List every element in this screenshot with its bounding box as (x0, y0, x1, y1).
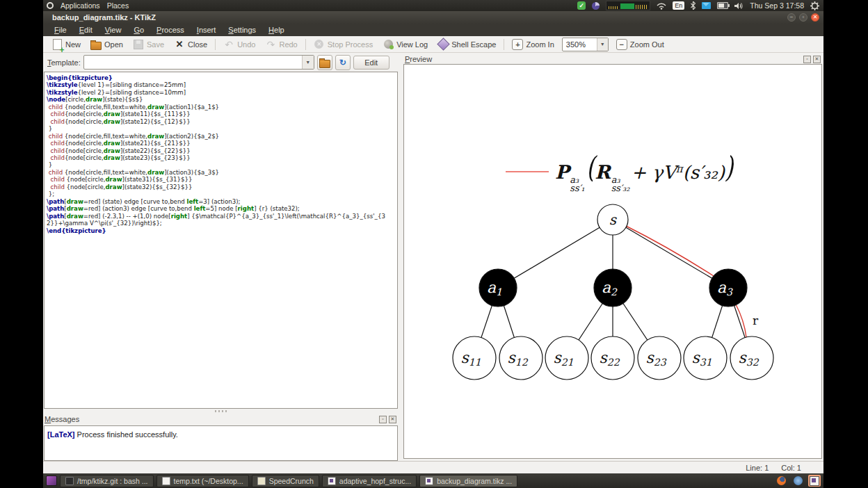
app-tray-icon[interactable] (791, 475, 804, 487)
code-line: child {node[circle,draw](state31){$s_{31… (47, 176, 396, 183)
toolbar-button-label: Save (147, 40, 164, 49)
backup-diagram: sa1a2a3s11s12s21s22s23s31s32r (404, 65, 822, 459)
wifi-icon[interactable] (657, 2, 666, 10)
taskbar-item[interactable]: backup_diagram.tikz ... (419, 475, 517, 487)
toolbar-separator (504, 39, 504, 50)
highlighted-red-edge (626, 226, 714, 276)
toolbar-button-new[interactable]: +New (47, 38, 85, 51)
toolbar-button-close[interactable]: ✕Close (170, 38, 211, 51)
toolbar-button-stop-process: ✕Stop Process (310, 38, 377, 51)
system-monitor-icon[interactable] (606, 1, 650, 10)
toolbar-button-shell-escape[interactable]: Shell Escape (433, 38, 500, 51)
calc-icon (257, 477, 266, 485)
volume-icon[interactable] (734, 2, 744, 10)
toolbar-button-label: Stop Process (328, 40, 373, 49)
window-titlebar[interactable]: backup_diagram.tikz - KTikZ − ▫ ✕ (43, 11, 823, 24)
template-reload-button[interactable]: ↻ (335, 55, 351, 70)
terminal-icon (65, 477, 74, 485)
tikz-source-code: \begin{tikzpicture}\tikzstyle{level 1}=[… (45, 72, 397, 234)
preview-close-icon[interactable]: ✕ (813, 56, 821, 63)
toolbar: +NewOpenSave✕Close↶Undo↷Redo✕Stop Proces… (43, 36, 823, 53)
taskbar-item-label: temp.txt (~/Desktop... (174, 477, 243, 485)
toolbar-button-label: Redo (279, 40, 297, 49)
menu-file[interactable]: File (49, 25, 72, 35)
close-button[interactable]: ✕ (811, 13, 819, 22)
refresh-icon: ↻ (339, 58, 346, 67)
preview-float-icon[interactable]: ▫ (803, 56, 811, 63)
toolbar-separator (215, 39, 216, 50)
bluetooth-icon[interactable] (691, 1, 696, 10)
text-icon (162, 477, 170, 485)
code-line: \end{tikzpicture} (47, 227, 396, 234)
preview-pane[interactable]: sa1a2a3s11s12s21s22s23s31s32r Pa₃ss′₁(Ra… (403, 64, 822, 459)
places-menu[interactable]: Places (107, 1, 129, 10)
status-col: Col: 1 (781, 464, 801, 472)
editor-messages-splitter[interactable] (44, 409, 398, 414)
zoom-dropdown-arrow-icon[interactable]: ▼ (597, 38, 608, 51)
template-combobox[interactable]: ▼ (83, 55, 314, 70)
template-label: Template: (47, 58, 81, 67)
reward-label: r (753, 314, 759, 327)
code-editor[interactable]: \begin{tikzpicture}\tikzstyle{level 1}=[… (44, 72, 398, 409)
toolbar-button-label: Shell Escape (451, 40, 496, 49)
toolbar-button-view-log[interactable]: View Log (378, 38, 432, 51)
stop-process-icon: ✕ (314, 39, 325, 50)
menu-view[interactable]: View (99, 25, 127, 35)
taskbar-item[interactable]: SpeedCrunch (252, 475, 319, 487)
firefox-tray-icon[interactable] (775, 475, 787, 487)
template-edit-button[interactable]: Edit (353, 56, 389, 70)
clock[interactable]: Thu Sep 3 17:58 (750, 1, 804, 10)
show-desktop-button[interactable] (46, 475, 57, 486)
status-line: Line: 1 (746, 464, 769, 472)
toolbar-button-zoom-out[interactable]: −Zoom Out (612, 38, 668, 51)
toolbar-button-label: View Log (396, 40, 428, 49)
preview-title: Preview (405, 55, 432, 63)
node-label-state: s (609, 211, 618, 228)
menu-go[interactable]: Go (128, 25, 150, 35)
code-line: \tikzstyle{level 1}=[sibling distance=25… (47, 81, 396, 88)
mail-icon[interactable] (702, 2, 711, 9)
zoom-level-combobox[interactable]: 350%▼ (562, 38, 609, 51)
statusbar: Line: 1 Col: 1 (43, 461, 823, 473)
zoom-in-icon: + (512, 39, 523, 50)
taskbar-item[interactable]: /tmp/ktikz.git : bash ... (60, 475, 154, 487)
menu-settings[interactable]: Settings (223, 25, 262, 35)
menu-edit[interactable]: Edit (74, 25, 98, 35)
menu-insert[interactable]: Insert (191, 25, 222, 35)
updates-check-icon[interactable]: ✓ (577, 1, 586, 10)
template-open-button[interactable] (317, 55, 332, 70)
toolbar-button-label: Close (188, 40, 207, 49)
toolbar-button-open[interactable]: Open (86, 38, 127, 51)
window-title: backup_diagram.tikz - KTikZ (43, 13, 156, 22)
code-line: child{node[circle,draw](state11){$s_{11}… (47, 111, 396, 117)
gear-icon[interactable] (810, 1, 819, 10)
code-line: \path[draw=red] (-2.3,1) -- +(1,0) node[… (47, 213, 396, 227)
view-log-icon (383, 39, 394, 50)
applications-menu[interactable]: Applications (61, 1, 100, 10)
messages-close-icon[interactable]: ✕ (389, 416, 396, 423)
toolbar-button-label: Open (104, 40, 123, 49)
menu-help[interactable]: Help (263, 25, 290, 35)
maximize-button[interactable]: ▫ (799, 13, 807, 22)
messages-float-icon[interactable]: ▫ (379, 416, 387, 423)
menu-process[interactable]: Process (151, 25, 190, 35)
time-pie-icon[interactable] (592, 2, 600, 10)
formula-expression: Pa₃ss′₁(Ra₃ss′₃₂+ γVπ(s′₃₂)) (555, 152, 733, 193)
taskbar-item[interactable]: temp.txt (~/Desktop... (156, 475, 249, 487)
zoom-out-icon: − (616, 39, 627, 50)
ktikz-icon (328, 477, 336, 485)
template-dropdown-arrow-icon[interactable]: ▼ (302, 56, 314, 69)
messages-title: Messages (45, 415, 79, 423)
battery-icon[interactable] (717, 2, 728, 9)
keyboard-layout-indicator[interactable]: En (673, 1, 684, 10)
undo-icon: ↶ (223, 39, 234, 50)
minimize-button[interactable]: − (787, 13, 796, 22)
new-icon: + (51, 39, 63, 50)
toolbar-button-redo: ↷Redo (261, 38, 301, 51)
ktikz-tray-icon[interactable] (808, 475, 821, 487)
toolbar-button-label: New (65, 40, 81, 49)
shell-escape-icon (437, 39, 449, 50)
ktikz-icon (425, 477, 433, 485)
toolbar-button-zoom-in[interactable]: +Zoom In (508, 38, 558, 51)
taskbar-item[interactable]: adaptive_hopf_struc... (322, 475, 417, 487)
